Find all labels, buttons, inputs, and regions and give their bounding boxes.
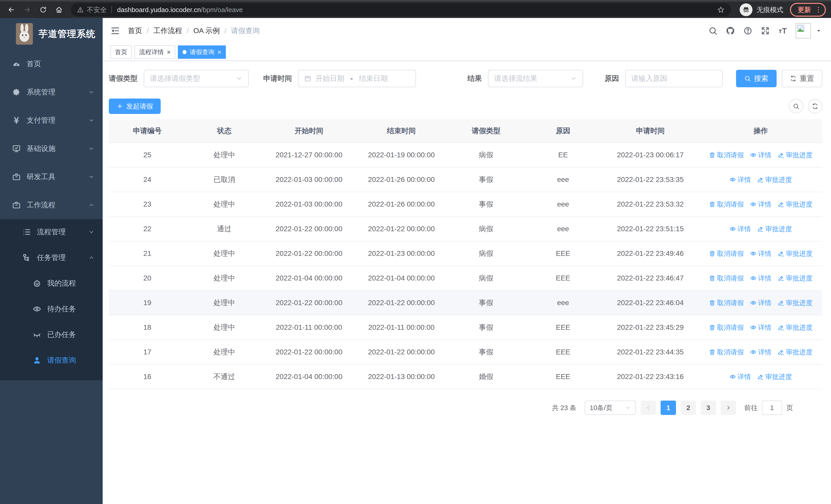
result-select[interactable]: 请选择流结果 (488, 70, 583, 87)
sidebar-collapse-button[interactable] (110, 26, 120, 36)
browser-reload-icon[interactable] (37, 4, 49, 16)
page-size-select[interactable]: 10条/页 (584, 401, 636, 415)
cancel-leave-link[interactable]: 取消请假 (709, 200, 744, 209)
detail-link[interactable]: 详情 (750, 348, 771, 357)
detail-link[interactable]: 详情 (750, 200, 771, 209)
view-icon (750, 275, 756, 281)
sidebar-item[interactable]: 待办任务 (0, 296, 103, 322)
approval-progress-link[interactable]: 审批进度 (757, 373, 792, 381)
detail-link[interactable]: 详情 (750, 274, 771, 283)
browser-forward-icon[interactable] (21, 4, 33, 16)
sidebar-item[interactable]: 请假查询 (0, 348, 103, 373)
github-icon[interactable] (726, 26, 735, 35)
detail-link[interactable]: 详情 (729, 225, 751, 234)
url-bar[interactable]: 不安全 dashboard.yudao.iocoder.cn /bpm/oa/l… (71, 3, 731, 17)
sidebar-item-label: 请假查询 (47, 355, 76, 365)
approval-progress-link[interactable]: 审批进度 (778, 274, 812, 283)
approval-progress-link[interactable]: 审批进度 (778, 151, 812, 159)
browser-back-icon[interactable] (5, 4, 18, 16)
detail-link[interactable]: 详情 (750, 249, 771, 258)
breadcrumb-item[interactable]: 工作流程 (153, 26, 182, 36)
sidebar-item-label: 待办任务 (47, 304, 76, 314)
cell-actions: 取消请假详情审批进度 (699, 291, 822, 315)
apply-time-range-picker[interactable]: 开始日期 - 结束日期 (298, 70, 416, 87)
cell-apply_time: 2022-01-22 23:51:15 (602, 216, 699, 241)
cancel-leave-link[interactable]: 取消请假 (709, 298, 744, 307)
view-icon (750, 324, 756, 331)
tag-view-tab[interactable]: 首页 (110, 46, 132, 59)
browser-menu-icon[interactable] (814, 6, 822, 13)
cell-status: 不通过 (186, 364, 263, 389)
filter-form: 请假类型 请选择请假类型 申请时间 开始日期 - 结束日期 结果 请选择流 (109, 70, 822, 87)
sidebar-item[interactable]: 流程管理 (0, 219, 103, 245)
tab-label: 首页 (115, 48, 127, 56)
detail-link[interactable]: 详情 (750, 323, 771, 332)
incognito-badge: 无痕模式 (740, 3, 783, 16)
create-leave-button[interactable]: 发起请假 (109, 98, 161, 114)
approval-progress-link[interactable]: 审批进度 (778, 249, 812, 258)
breadcrumb-item[interactable]: OA 示例 (194, 26, 220, 36)
sidebar-item[interactable]: 基础设施 (0, 135, 103, 163)
cancel-leave-link[interactable]: 取消请假 (709, 323, 744, 332)
sidebar-item[interactable]: 任务管理 (0, 245, 103, 270)
tab-close-icon[interactable]: × (167, 49, 171, 55)
detail-link[interactable]: 详情 (729, 373, 751, 381)
approval-progress-link[interactable]: 审批进度 (778, 348, 812, 357)
sidebar-item[interactable]: 研发工具 (0, 163, 103, 191)
cell-status: 处理中 (186, 143, 263, 167)
fullscreen-icon[interactable] (761, 26, 770, 35)
reason-input[interactable] (625, 70, 723, 87)
cancel-leave-link[interactable]: 取消请假 (709, 348, 744, 357)
header-search-icon[interactable] (708, 26, 718, 35)
browser-home-icon[interactable] (53, 4, 65, 16)
column-header: 原因 (524, 119, 602, 143)
cell-reason: eee (524, 167, 602, 192)
sidebar-item-label: 研发工具 (27, 172, 55, 182)
cell-reason: eee (524, 291, 602, 315)
table-row: 23处理中2022-01-03 00:00:002022-01-26 00:00… (109, 192, 822, 216)
tag-view-tab[interactable]: 请假查询× (178, 46, 226, 59)
user-menu-caret-icon[interactable] (816, 28, 821, 33)
sidebar-item[interactable]: 已办任务 (0, 322, 103, 348)
sidebar-item[interactable]: 首页 (0, 50, 103, 78)
approval-progress-link[interactable]: 审批进度 (757, 225, 792, 234)
tab-close-icon[interactable]: × (218, 49, 221, 55)
tag-view-tab[interactable]: 流程详情× (135, 46, 175, 59)
chevron-up-icon (88, 255, 94, 261)
bookmark-star-icon[interactable] (717, 6, 725, 13)
cell-id: 16 (109, 364, 186, 389)
sidebar-item[interactable]: 工作流程 (0, 191, 103, 219)
show-search-button[interactable] (789, 99, 803, 113)
sidebar-item[interactable]: 支付管理 (0, 106, 103, 135)
breadcrumb-item[interactable]: 首页 (128, 26, 142, 36)
sidebar-item[interactable]: 我的流程 (0, 270, 103, 296)
approval-progress-link[interactable]: 审批进度 (778, 200, 812, 209)
page-button[interactable]: 1 (661, 401, 676, 415)
cell-type: 事假 (448, 315, 524, 340)
detail-link[interactable]: 详情 (750, 298, 771, 307)
detail-link[interactable]: 详情 (729, 175, 751, 184)
prev-page-button[interactable] (640, 401, 656, 415)
user-avatar[interactable] (796, 23, 811, 38)
page-button[interactable]: 3 (700, 401, 716, 415)
sidebar-item[interactable]: 系统管理 (0, 78, 103, 106)
approval-progress-link[interactable]: 审批进度 (757, 175, 792, 184)
reset-button[interactable]: 重置 (782, 70, 822, 87)
detail-link[interactable]: 详情 (750, 151, 771, 159)
cancel-leave-link[interactable]: 取消请假 (709, 151, 744, 159)
approval-progress-link[interactable]: 审批进度 (778, 298, 812, 307)
browser-update-button[interactable]: 更新 (790, 3, 826, 17)
search-button[interactable]: 搜索 (736, 70, 777, 87)
approval-progress-link[interactable]: 审批进度 (778, 323, 812, 332)
font-size-icon[interactable] (778, 26, 787, 35)
cell-end: 2022-01-26 00:00:00 (355, 192, 448, 216)
chevron-down-icon (88, 229, 94, 235)
cancel-leave-link[interactable]: 取消请假 (709, 274, 744, 283)
goto-page-input[interactable] (762, 401, 782, 415)
refresh-table-button[interactable] (808, 99, 822, 113)
page-button[interactable]: 2 (681, 401, 696, 415)
leave-type-select[interactable]: 请选择请假类型 (144, 70, 249, 87)
next-page-button[interactable] (721, 401, 736, 415)
cancel-leave-link[interactable]: 取消请假 (709, 249, 744, 258)
help-icon[interactable] (743, 26, 752, 35)
